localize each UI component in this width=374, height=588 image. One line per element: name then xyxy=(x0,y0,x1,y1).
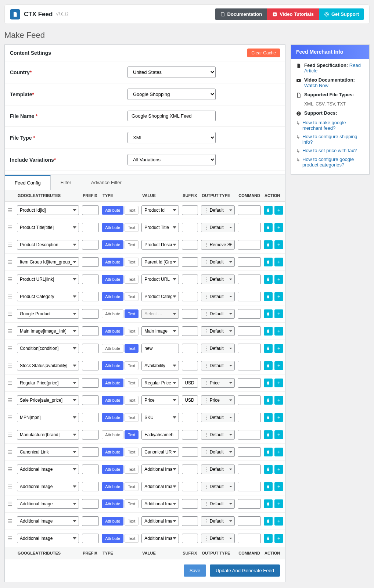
prefix-input[interactable] xyxy=(82,344,99,353)
drag-handle-icon[interactable]: ☰ xyxy=(6,535,14,541)
type-text-toggle[interactable]: Text xyxy=(125,258,139,266)
type-attribute-toggle[interactable]: Attribute xyxy=(102,258,123,266)
delete-row-button[interactable] xyxy=(264,240,273,249)
output-type-select[interactable]: ⋮ Default xyxy=(201,465,235,474)
google-attribute-select[interactable]: Additional Image xyxy=(17,499,79,509)
value-select[interactable]: Additional Image xyxy=(141,482,179,491)
prefix-input[interactable] xyxy=(82,326,99,336)
delete-row-button[interactable] xyxy=(264,309,273,318)
faq-link[interactable]: How to set price with tax? xyxy=(302,148,357,153)
faq-link[interactable]: How to configure shipping info? xyxy=(302,134,364,145)
google-attribute-select[interactable]: Sale Price[sale_price] xyxy=(17,395,79,405)
delete-row-button[interactable] xyxy=(264,344,273,353)
command-input[interactable] xyxy=(238,344,261,353)
add-row-button[interactable] xyxy=(274,361,283,370)
prefix-input[interactable] xyxy=(82,499,99,509)
type-attribute-toggle[interactable]: Attribute xyxy=(102,309,123,318)
value-select[interactable]: Product Id xyxy=(141,205,179,215)
output-type-select[interactable]: ⋮ Default xyxy=(201,361,235,370)
value-select[interactable]: Parent Id [Group] xyxy=(141,257,179,267)
type-attribute-toggle[interactable]: Attribute xyxy=(102,396,123,405)
file-type-select[interactable]: XML xyxy=(127,132,216,143)
type-attribute-toggle[interactable]: Attribute xyxy=(102,275,123,284)
output-type-select[interactable]: ⋮ Default xyxy=(201,326,235,336)
delete-row-button[interactable] xyxy=(264,517,273,526)
suffix-input[interactable] xyxy=(182,205,198,215)
drag-handle-icon[interactable]: ☰ xyxy=(6,259,14,265)
value-select[interactable]: Select … xyxy=(141,309,179,319)
drag-handle-icon[interactable]: ☰ xyxy=(6,397,14,403)
suffix-input[interactable] xyxy=(182,292,198,301)
delete-row-button[interactable] xyxy=(264,396,273,405)
add-row-button[interactable] xyxy=(274,309,283,318)
drag-handle-icon[interactable]: ☰ xyxy=(6,501,14,507)
prefix-input[interactable] xyxy=(82,361,99,370)
faq-link[interactable]: How to configure google product categori… xyxy=(302,157,364,168)
google-attribute-select[interactable]: Main Image[image_link] xyxy=(17,326,79,336)
output-type-select[interactable]: ⋮ Default xyxy=(201,516,235,526)
google-attribute-select[interactable]: Product Category xyxy=(17,292,79,301)
output-type-select[interactable]: ⋮ Default xyxy=(201,482,235,491)
faq-link[interactable]: How to make google merchant feed? xyxy=(302,120,364,131)
suffix-input[interactable] xyxy=(182,395,198,405)
suffix-input[interactable] xyxy=(182,516,198,526)
google-attribute-select[interactable]: Google Product xyxy=(17,309,79,319)
output-type-select[interactable]: ⋮ Remove Sh… xyxy=(201,240,235,250)
type-attribute-toggle[interactable]: Attribute xyxy=(102,206,123,215)
type-attribute-toggle[interactable]: Attribute xyxy=(102,344,123,353)
prefix-input[interactable] xyxy=(82,240,99,250)
delete-row-button[interactable] xyxy=(264,413,273,422)
type-attribute-toggle[interactable]: Attribute xyxy=(102,240,123,249)
type-attribute-toggle[interactable]: Attribute xyxy=(102,223,123,232)
output-type-select[interactable]: ⋮ Default xyxy=(201,205,235,215)
type-attribute-toggle[interactable]: Attribute xyxy=(102,482,123,491)
delete-row-button[interactable] xyxy=(264,499,273,508)
drag-handle-icon[interactable]: ☰ xyxy=(6,328,14,334)
prefix-input[interactable] xyxy=(82,205,99,215)
suffix-input[interactable] xyxy=(182,257,198,267)
delete-row-button[interactable] xyxy=(264,223,273,232)
output-type-select[interactable]: ⋮ Default xyxy=(201,223,235,232)
suffix-input[interactable] xyxy=(182,413,198,422)
command-input[interactable] xyxy=(238,309,261,319)
value-select[interactable]: Product Description xyxy=(141,240,179,250)
add-row-button[interactable] xyxy=(274,448,283,456)
suffix-input[interactable] xyxy=(182,309,198,319)
type-attribute-toggle[interactable]: Attribute xyxy=(102,292,123,301)
google-attribute-select[interactable]: Condition[condition] xyxy=(17,344,79,353)
output-type-select[interactable]: ⋮ Default xyxy=(201,344,235,353)
output-type-select[interactable]: ⋮ Price xyxy=(201,395,235,405)
drag-handle-icon[interactable]: ☰ xyxy=(6,415,14,420)
add-row-button[interactable] xyxy=(274,292,283,301)
value-select[interactable]: Additional Image xyxy=(141,516,179,526)
output-type-select[interactable]: ⋮ Default xyxy=(201,309,235,319)
add-row-button[interactable] xyxy=(274,258,283,266)
value-select[interactable]: Regular Price xyxy=(141,378,179,388)
add-row-button[interactable] xyxy=(274,275,283,284)
drag-handle-icon[interactable]: ☰ xyxy=(6,276,14,282)
type-attribute-toggle[interactable]: Attribute xyxy=(102,327,123,336)
tab-feed-config[interactable]: Feed Config xyxy=(5,175,51,190)
command-input[interactable] xyxy=(238,534,261,543)
command-input[interactable] xyxy=(238,292,261,301)
value-select[interactable]: Canonical URL xyxy=(141,447,179,457)
value-select[interactable]: Additional Image xyxy=(141,465,179,474)
tab-filter[interactable]: Filter xyxy=(51,175,81,190)
prefix-input[interactable] xyxy=(82,447,99,457)
delete-row-button[interactable] xyxy=(264,258,273,266)
add-row-button[interactable] xyxy=(274,223,283,232)
delete-row-button[interactable] xyxy=(264,292,273,301)
type-text-toggle[interactable]: Text xyxy=(125,499,139,508)
type-attribute-toggle[interactable]: Attribute xyxy=(102,517,123,526)
command-input[interactable] xyxy=(238,413,261,422)
command-input[interactable] xyxy=(238,447,261,457)
suffix-input[interactable] xyxy=(182,378,198,388)
suffix-input[interactable] xyxy=(182,361,198,370)
type-attribute-toggle[interactable]: Attribute xyxy=(102,465,123,474)
suffix-input[interactable] xyxy=(182,447,198,457)
add-row-button[interactable] xyxy=(274,327,283,336)
value-select[interactable]: Product Title xyxy=(141,223,179,232)
type-text-toggle[interactable]: Text xyxy=(125,379,139,387)
output-type-select[interactable]: ⋮ Default xyxy=(201,292,235,301)
add-row-button[interactable] xyxy=(274,465,283,474)
